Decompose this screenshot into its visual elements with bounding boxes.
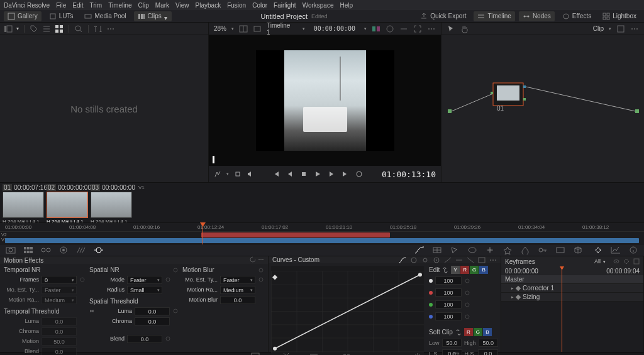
clip-thumb[interactable]: 0300:00:00:00V1 H.264 Main L4.1: [91, 184, 132, 224]
timeline-name[interactable]: Timeline 1: [267, 22, 294, 36]
high-input[interactable]: 50.0: [479, 339, 498, 347]
hue-vs-sat-icon[interactable]: [421, 257, 429, 263]
keyframe-filter[interactable]: All: [591, 258, 609, 265]
stop-icon[interactable]: [300, 170, 308, 178]
mode-select[interactable]: Faster: [127, 276, 162, 284]
mb-range-select[interactable]: Medium: [220, 286, 255, 294]
menu-item[interactable]: Fusion: [227, 2, 246, 9]
image-wipe-icon[interactable]: [372, 25, 380, 33]
r-intensity-input[interactable]: 100: [435, 288, 462, 297]
reset-icon[interactable]: [464, 314, 470, 320]
low-input[interactable]: 50.0: [442, 339, 462, 347]
mb-value-input[interactable]: 0.0: [220, 296, 255, 304]
more-icon[interactable]: [258, 256, 264, 263]
qualifier-icon[interactable]: [214, 170, 221, 178]
tag-icon[interactable]: [30, 25, 38, 33]
scopes-icon[interactable]: [610, 246, 621, 254]
color-checker-icon[interactable]: [23, 246, 34, 254]
node-graph[interactable]: 01: [441, 35, 644, 182]
motion-effects-icon[interactable]: [93, 246, 104, 254]
channel-g-button[interactable]: G: [470, 266, 479, 274]
reset-icon[interactable]: [464, 290, 470, 296]
reset-icon[interactable]: [464, 302, 470, 308]
wheels-icon[interactable]: [40, 246, 52, 254]
reset-icon[interactable]: [250, 256, 256, 263]
clip-thumb[interactable]: 0200:00:00:00V2 H.264 Main L4.1: [47, 184, 88, 224]
grid-icon[interactable]: [55, 25, 64, 33]
mo-est-select[interactable]: Faster: [42, 286, 77, 294]
viewport[interactable]: [209, 35, 441, 166]
node-output[interactable]: [635, 109, 639, 113]
split-icon[interactable]: [239, 25, 248, 33]
camera-raw-icon[interactable]: [5, 246, 16, 254]
g-intensity-input[interactable]: 100: [435, 300, 462, 309]
custom-curve-icon[interactable]: [399, 257, 406, 263]
zoom-fit-icon[interactable]: [616, 25, 625, 33]
menu-item[interactable]: Help: [340, 2, 353, 9]
expand-icon[interactable]: [478, 257, 486, 263]
channel-r-button[interactable]: R: [460, 266, 469, 274]
list-icon[interactable]: [42, 25, 51, 33]
menu-item[interactable]: File: [56, 2, 66, 9]
menu-item[interactable]: Fairlight: [274, 2, 296, 9]
softclip-r-button[interactable]: R: [464, 328, 473, 336]
reset-icon[interactable]: [464, 278, 470, 284]
clips-toggle[interactable]: Clips▾: [134, 11, 172, 21]
spatial-luma-input[interactable]: 0.0: [135, 307, 170, 315]
lum-vs-sat-icon[interactable]: [444, 257, 452, 263]
key-icon[interactable]: [537, 246, 548, 254]
gallery-toggle[interactable]: Gallery: [4, 11, 42, 21]
reset-icon[interactable]: [172, 308, 179, 314]
diamond-icon[interactable]: [623, 258, 630, 265]
page-media[interactable]: Media: [247, 352, 264, 355]
speaker-icon[interactable]: [247, 170, 254, 178]
more-icon[interactable]: [106, 25, 115, 33]
y-intensity-input[interactable]: 100: [435, 276, 462, 285]
quick-export-button[interactable]: Quick Export: [416, 11, 470, 21]
track-bar-v1[interactable]: [5, 238, 639, 243]
page-deliver[interactable]: Deliver: [446, 352, 465, 355]
sort-icon[interactable]: [94, 25, 103, 33]
playhead[interactable]: [203, 223, 203, 244]
link-icon[interactable]: [442, 267, 448, 273]
playhead-marker[interactable]: [213, 156, 214, 163]
blur-icon[interactable]: [519, 246, 531, 254]
link-icon[interactable]: [89, 309, 94, 314]
first-frame-icon[interactable]: [272, 170, 280, 178]
window-icon[interactable]: [467, 246, 478, 254]
menu-item[interactable]: Playback: [196, 2, 221, 9]
hue-vs-lum-icon[interactable]: [433, 257, 440, 263]
motion-range-select[interactable]: Medium: [42, 296, 77, 304]
track-bar-v2[interactable]: [201, 232, 390, 238]
lightbox-toggle[interactable]: Lightbox: [599, 11, 640, 21]
blend-input[interactable]: 0.0: [42, 347, 77, 356]
3d-icon[interactable]: [572, 246, 584, 254]
clip-thumb[interactable]: 0100:00:07:16V1 H.264 Main L4.1: [3, 184, 44, 224]
curve-editor[interactable]: [271, 266, 424, 355]
more-icon[interactable]: [630, 25, 639, 33]
more-icon[interactable]: [427, 25, 436, 33]
frames-select[interactable]: 0: [42, 276, 77, 284]
mb-est-select[interactable]: Faster: [220, 276, 255, 284]
tracker-icon[interactable]: [484, 246, 496, 254]
hand-icon[interactable]: [460, 25, 469, 33]
kf-row[interactable]: ▸Corrector 1: [501, 284, 643, 293]
expand-icon[interactable]: [633, 258, 640, 265]
more-icon[interactable]: [489, 257, 497, 263]
effects-toggle[interactable]: Effects: [558, 11, 595, 21]
channel-y-button[interactable]: Y: [451, 266, 460, 274]
page-cut[interactable]: Cut: [281, 352, 291, 355]
curves-icon[interactable]: [414, 246, 425, 254]
kf-row[interactable]: ▸Sizing: [501, 293, 643, 302]
node-input[interactable]: [448, 109, 452, 113]
luts-toggle[interactable]: LUTs: [45, 11, 77, 21]
expand-icon[interactable]: [413, 25, 422, 33]
info-icon[interactable]: [628, 246, 639, 254]
viewer-timecode[interactable]: 01:00:13:10: [382, 170, 436, 179]
media-pool-toggle[interactable]: Media Pool: [80, 11, 130, 21]
rgb-mixer-icon[interactable]: [75, 246, 87, 254]
luma-input[interactable]: 0.0: [42, 317, 77, 325]
layout-icon[interactable]: [253, 25, 262, 33]
reset-icon[interactable]: [79, 276, 86, 283]
reset-icon[interactable]: [165, 336, 171, 342]
